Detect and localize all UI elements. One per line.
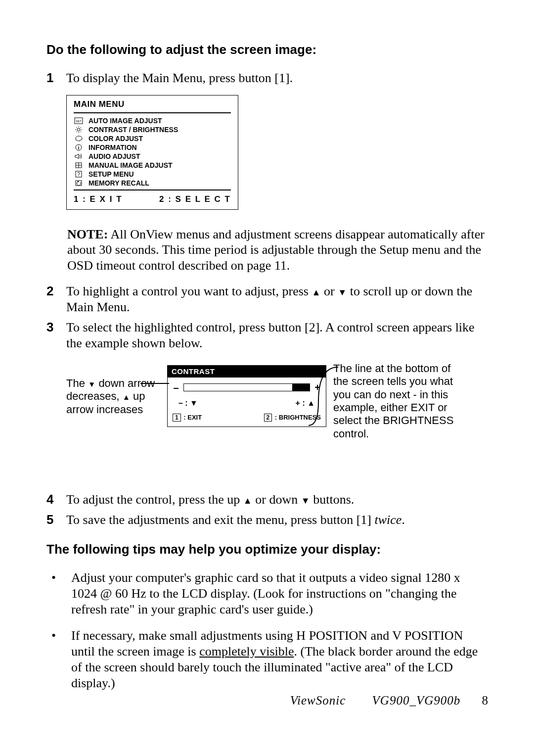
- menu-label: MANUAL IMAGE ADJUST: [89, 161, 173, 169]
- footer-brand: ViewSonic: [290, 694, 346, 707]
- step-2-text-a: To highlight a control you want to adjus…: [66, 284, 312, 298]
- note-label: NOTE:: [67, 227, 108, 241]
- bullet-icon: •: [46, 628, 71, 691]
- menu-item-audio: AUDIO ADJUST: [74, 152, 231, 161]
- tip-1-text: Adjust your computer's graphic card so t…: [71, 570, 489, 617]
- svg-text:?: ?: [77, 172, 80, 177]
- menu-rule-bottom: [74, 189, 231, 190]
- menu-rule-top: [74, 112, 231, 113]
- step-number: 5: [46, 512, 66, 528]
- menu-label: COLOR ADJUST: [89, 135, 143, 142]
- position-icon: [74, 161, 84, 169]
- step-number: 1: [46, 70, 66, 86]
- palette-icon: [74, 135, 84, 142]
- connector-left: [140, 383, 169, 384]
- menu-label: CONTRAST / BRIGHTNESS: [89, 126, 178, 134]
- down-arrow-icon: [301, 492, 310, 507]
- menu-label: AUDIO ADJUST: [89, 152, 140, 160]
- svg-marker-14: [75, 154, 79, 159]
- up-arrow-icon: [312, 284, 320, 298]
- main-menu-osd: MAIN MENU SET AUTO IMAGE ADJUST CONTRAST…: [66, 95, 238, 210]
- step-number: 2: [46, 284, 66, 315]
- step-4: 4 To adjust the control, press the up or…: [46, 492, 489, 508]
- svg-text:SET: SET: [76, 120, 82, 123]
- slider-track: [183, 383, 310, 391]
- info-icon: [74, 143, 84, 151]
- connector-right: [309, 362, 343, 431]
- footer-page-number: 8: [482, 694, 489, 707]
- speaker-icon: [74, 152, 84, 160]
- up-arrow-icon: [123, 390, 130, 402]
- menu-item-manual: MANUAL IMAGE ADJUST: [74, 161, 231, 170]
- menu-item-setup: ? SETUP MENU: [74, 170, 231, 179]
- contrast-osd: CONTRAST – + – : ▼ + : ▲ 1 : EXIT 2 : BR…: [167, 365, 326, 427]
- decrease-hint: – : ▼: [178, 398, 198, 408]
- step-2: 2 To highlight a control you want to adj…: [46, 284, 489, 315]
- step-3: 3 To select the highlighted control, pre…: [46, 320, 489, 351]
- tip-2-underline: completely visible: [199, 644, 294, 659]
- menu-label: MEMORY RECALL: [89, 179, 149, 187]
- tip-2: • If necessary, make small adjustments u…: [46, 628, 489, 691]
- step-4-text-b: or down: [252, 492, 301, 507]
- down-arrow-icon: [338, 284, 347, 298]
- footer-exit: 1 : EXIT: [173, 414, 202, 422]
- svg-point-12: [78, 145, 79, 146]
- main-menu-title: MAIN MENU: [67, 95, 238, 111]
- step-2-text-b: or: [320, 284, 338, 298]
- menu-item-recall: MEMORY RECALL: [74, 179, 231, 188]
- step-number: 4: [46, 492, 66, 508]
- menu-label: SETUP MENU: [89, 170, 134, 178]
- step-5: 5 To save the adjustments and exit the m…: [46, 512, 489, 528]
- step-5-twice: twice: [375, 513, 402, 527]
- menu-item-color: COLOR ADJUST: [74, 134, 231, 143]
- svg-point-2: [77, 128, 80, 131]
- step-4-text-c: buttons.: [310, 492, 355, 507]
- brightness-icon: [74, 126, 84, 134]
- page-footer: ViewSonic VG900_VG900b 8: [290, 694, 489, 708]
- tip-1: • Adjust your computer's graphic card so…: [46, 570, 489, 617]
- step-1: 1 To display the Main Menu, press button…: [46, 70, 489, 86]
- diagram-right-caption: The line at the bottom of the screen tel…: [333, 362, 457, 440]
- contrast-title: CONTRAST: [168, 366, 326, 378]
- menu-item-info: INFORMATION: [74, 143, 231, 152]
- footer-model: VG900_VG900b: [372, 694, 461, 707]
- up-arrow-icon: [243, 492, 252, 507]
- step-4-text-a: To adjust the control, press the up: [66, 492, 243, 507]
- note-block: NOTE: All OnView menus and adjustment sc…: [67, 227, 489, 274]
- svg-line-9: [81, 127, 82, 128]
- note-text: All OnView menus and adjustment screens …: [67, 227, 485, 273]
- menu-footer-select: 2 : S E L E C T: [159, 194, 231, 204]
- svg-line-8: [81, 131, 82, 132]
- svg-line-10: [76, 131, 77, 132]
- contrast-diagram: The down arrow decreases, up arrow incre…: [66, 365, 489, 469]
- question-icon: ?: [74, 170, 84, 178]
- menu-footer-exit: 1 : E X I T: [74, 194, 123, 204]
- svg-marker-21: [78, 181, 79, 183]
- heading-tips: The following tips may help you optimize…: [46, 542, 489, 557]
- step-3-text: To select the highlighted control, press…: [66, 320, 489, 351]
- heading-adjust: Do the following to adjust the screen im…: [46, 42, 489, 57]
- recall-icon: [74, 179, 84, 187]
- step-5-text-a: To save the adjustments and exit the men…: [66, 513, 375, 527]
- step-5-text-c: .: [401, 513, 405, 527]
- svg-line-7: [76, 127, 77, 128]
- minus-label: –: [173, 381, 179, 393]
- step-number: 3: [46, 320, 66, 351]
- auto-set-icon: SET: [74, 117, 84, 125]
- bullet-icon: •: [46, 570, 71, 617]
- down-arrow-icon: [88, 377, 95, 389]
- step-1-text: To display the Main Menu, press button […: [66, 70, 489, 86]
- menu-label: INFORMATION: [89, 143, 137, 151]
- menu-label: AUTO IMAGE ADJUST: [89, 117, 162, 125]
- menu-item-contrast: CONTRAST / BRIGHTNESS: [74, 125, 231, 134]
- slider-fill: [292, 383, 310, 391]
- menu-item-auto-image: SET AUTO IMAGE ADJUST: [74, 116, 231, 125]
